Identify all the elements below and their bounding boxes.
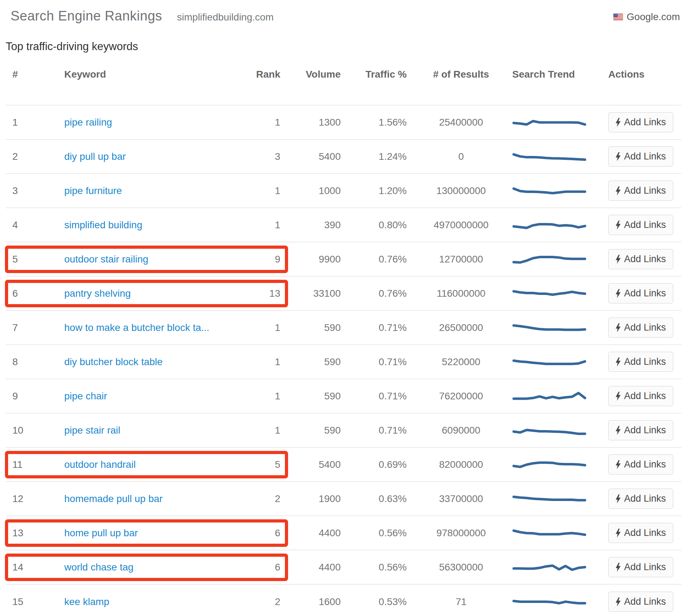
column-header-trend: Search Trend xyxy=(509,69,604,80)
results-count-value: 56300000 xyxy=(413,562,509,573)
search-trend-sparkline xyxy=(512,183,586,199)
add-links-button[interactable]: Add Links xyxy=(608,215,673,235)
volume-value: 4400 xyxy=(288,527,346,539)
add-links-button[interactable]: Add Links xyxy=(608,489,673,509)
lightning-bolt-icon xyxy=(616,494,621,503)
add-links-label: Add Links xyxy=(624,493,666,504)
keyword-link[interactable]: simplified building xyxy=(64,219,142,231)
keyword-link[interactable]: outdoor stair railing xyxy=(64,254,148,265)
table-body: 1 pipe railing 1 1300 1.56% 25400000 Add… xyxy=(6,105,681,616)
results-count-value: 82000000 xyxy=(413,459,509,470)
lightning-bolt-icon xyxy=(616,392,621,401)
search-trend-sparkline xyxy=(512,115,586,130)
traffic-percent-value: 0.76% xyxy=(346,254,413,265)
search-trend-sparkline xyxy=(512,354,586,370)
add-links-label: Add Links xyxy=(624,562,666,573)
add-links-button[interactable]: Add Links xyxy=(608,420,673,440)
row-number: 9 xyxy=(6,391,64,402)
traffic-percent-value: 0.71% xyxy=(346,425,413,436)
table-row: 14 world chase tag 6 4400 0.56% 56300000… xyxy=(6,550,681,585)
volume-value: 590 xyxy=(288,356,346,368)
table-row: 9 pipe chair 1 590 0.71% 76200000 Add Li… xyxy=(6,379,681,413)
column-header-keyword: Keyword xyxy=(64,69,232,80)
add-links-button[interactable]: Add Links xyxy=(608,249,673,269)
rank-value: 1 xyxy=(232,117,288,128)
add-links-button[interactable]: Add Links xyxy=(608,283,673,303)
add-links-button[interactable]: Add Links xyxy=(608,386,673,406)
traffic-percent-value: 1.20% xyxy=(346,185,413,197)
table-row: 10 pipe stair rail 1 590 0.71% 6090000 A… xyxy=(6,413,681,448)
lightning-bolt-icon xyxy=(616,289,621,298)
table-row: 8 diy butcher block table 1 590 0.71% 52… xyxy=(6,345,681,379)
traffic-percent-value: 0.76% xyxy=(346,288,413,299)
lightning-bolt-icon xyxy=(616,563,621,572)
lightning-bolt-icon xyxy=(616,118,621,127)
add-links-button[interactable]: Add Links xyxy=(608,318,673,338)
row-number: 5 xyxy=(6,254,64,265)
add-links-button[interactable]: Add Links xyxy=(608,181,673,201)
keyword-link[interactable]: pipe furniture xyxy=(64,185,122,197)
keyword-link[interactable]: homemade pull up bar xyxy=(64,493,163,505)
rank-value: 3 xyxy=(232,151,288,162)
traffic-percent-value: 0.56% xyxy=(346,527,413,539)
add-links-button[interactable]: Add Links xyxy=(608,352,673,372)
page-title: Search Engine Rankings xyxy=(11,8,162,24)
lightning-bolt-icon xyxy=(616,221,621,230)
volume-value: 590 xyxy=(288,425,346,436)
keyword-link[interactable]: diy butcher block table xyxy=(64,356,163,368)
add-links-button[interactable]: Add Links xyxy=(608,557,673,577)
keyword-link[interactable]: pipe stair rail xyxy=(64,425,120,436)
table-row: 1 pipe railing 1 1300 1.56% 25400000 Add… xyxy=(6,105,681,140)
results-count-value: 71 xyxy=(413,596,509,608)
row-number: 11 xyxy=(6,459,64,470)
keyword-link[interactable]: diy pull up bar xyxy=(64,151,126,162)
results-count-value: 26500000 xyxy=(413,322,509,333)
rank-value: 5 xyxy=(232,459,288,470)
keyword-link[interactable]: pantry shelving xyxy=(64,288,131,299)
add-links-label: Add Links xyxy=(624,527,666,538)
keyword-link[interactable]: home pull up bar xyxy=(64,527,138,539)
search-trend-sparkline xyxy=(512,457,586,472)
results-count-value: 33700000 xyxy=(413,493,509,505)
column-header-volume: Volume xyxy=(288,69,346,80)
lightning-bolt-icon xyxy=(616,255,621,264)
lightning-bolt-icon xyxy=(616,357,621,367)
add-links-button[interactable]: Add Links xyxy=(608,454,673,475)
add-links-button[interactable]: Add Links xyxy=(608,592,673,612)
row-number: 4 xyxy=(6,219,64,231)
traffic-percent-value: 1.56% xyxy=(346,117,413,128)
volume-value: 1300 xyxy=(288,117,346,128)
keyword-link[interactable]: pipe railing xyxy=(64,117,112,128)
tracked-domain: simplifiedbuilding.com xyxy=(177,12,274,23)
row-number: 1 xyxy=(6,117,64,128)
add-links-button[interactable]: Add Links xyxy=(608,523,673,543)
results-count-value: 130000000 xyxy=(413,185,509,197)
keyword-link[interactable]: outdoor handrail xyxy=(64,459,136,470)
traffic-percent-value: 0.71% xyxy=(346,391,413,402)
row-number: 6 xyxy=(6,288,64,299)
add-links-label: Add Links xyxy=(624,459,666,470)
search-trend-sparkline xyxy=(512,560,586,575)
results-count-value: 76200000 xyxy=(413,391,509,402)
add-links-button[interactable]: Add Links xyxy=(608,112,673,132)
lightning-bolt-icon xyxy=(616,460,621,469)
rank-value: 1 xyxy=(232,219,288,231)
add-links-button[interactable]: Add Links xyxy=(608,146,673,167)
keyword-link[interactable]: how to make a butcher block ta... xyxy=(64,322,209,333)
add-links-label: Add Links xyxy=(624,288,666,299)
traffic-percent-value: 1.24% xyxy=(346,151,413,162)
search-trend-sparkline xyxy=(512,491,586,507)
keyword-link[interactable]: kee klamp xyxy=(64,596,109,608)
search-trend-sparkline xyxy=(512,388,586,404)
keyword-link[interactable]: world chase tag xyxy=(64,562,133,573)
row-number: 14 xyxy=(6,562,64,573)
results-count-value: 978000000 xyxy=(413,527,509,539)
rank-value: 6 xyxy=(232,527,288,539)
table-row: 13 home pull up bar 6 4400 0.56% 9780000… xyxy=(6,516,681,550)
table-row: 6 pantry shelving 13 33100 0.76% 1160000… xyxy=(6,277,681,311)
volume-value: 5400 xyxy=(288,151,346,162)
add-links-label: Add Links xyxy=(624,356,666,367)
volume-value: 590 xyxy=(288,391,346,402)
column-header-num: # xyxy=(6,69,64,80)
keyword-link[interactable]: pipe chair xyxy=(64,391,107,402)
